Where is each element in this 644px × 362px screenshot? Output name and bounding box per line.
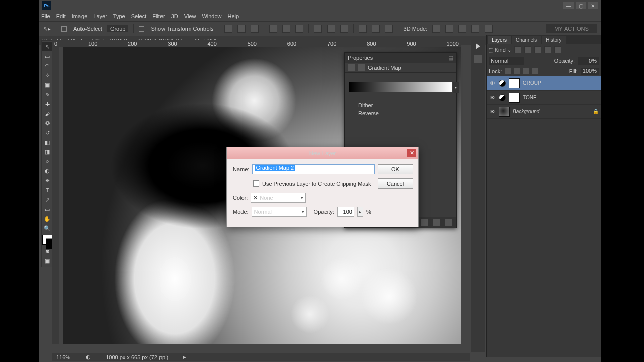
color-swatch[interactable] [42,235,52,245]
eye-icon[interactable] [421,219,428,226]
menu-help[interactable]: Help [228,13,239,19]
auto-select-checkbox[interactable] [61,26,67,32]
tool-shape[interactable]: ▭ [42,205,53,214]
menu-layer[interactable]: Layer [93,13,107,19]
visibility-icon[interactable]: 👁 [489,80,496,87]
clipping-checkbox[interactable] [253,180,259,187]
cancel-button[interactable]: Cancel [378,178,413,189]
zoom-value[interactable]: 116% [56,354,70,360]
filter-smart-icon[interactable] [554,46,561,53]
layer-name[interactable]: Background [513,109,539,114]
visibility-icon[interactable]: 👁 [489,108,496,115]
window-min-icon[interactable]: — [564,2,574,9]
window-close-icon[interactable]: ✕ [588,2,598,9]
reverse-checkbox[interactable] [350,111,355,116]
color-dropdown[interactable]: ✕ None▾ [251,193,306,203]
screenmode-icon[interactable]: ▣ [42,256,53,265]
tool-eyedropper[interactable]: ✎ [42,90,53,99]
gradient-preview[interactable]: ▾ [349,82,452,92]
tool-dodge[interactable]: ◐ [42,166,53,175]
play-icon[interactable] [476,43,480,49]
menu-edit[interactable]: Edit [56,13,66,19]
window-max-icon[interactable]: ▢ [576,2,586,9]
auto-select-target[interactable]: Group [107,25,129,32]
tool-pen[interactable]: ✒ [42,176,53,185]
menu-3d[interactable]: 3D [171,13,178,19]
mask-thumb[interactable] [509,78,520,88]
lock-pos-icon[interactable] [523,68,529,74]
tool-move[interactable]: ↖ [42,42,53,51]
layer-row[interactable]: 👁 Background 🔒 [487,105,601,119]
menu-window[interactable]: Window [202,13,221,19]
tab-history[interactable]: History [542,36,566,44]
distribute-icon[interactable] [340,25,348,33]
tool-crop[interactable]: ▣ [42,80,53,89]
tool-blur[interactable]: ○ [42,157,53,166]
tool-hand[interactable]: ✋ [42,214,53,223]
layer-thumb[interactable] [499,107,510,117]
tab-layers[interactable]: Layers [488,36,511,44]
filter-kind[interactable]: ⬚ Kind ⌄ [489,47,511,53]
tool-marquee[interactable]: ▭ [42,52,53,61]
adjustment-icon[interactable] [348,64,355,71]
show-transform-checkbox[interactable] [139,26,144,32]
dialog-titlebar[interactable]: New Layer ✕ [227,147,418,159]
distribute-icon[interactable] [314,25,322,33]
opacity-stepper[interactable]: ▸ [357,207,363,217]
3d-icon[interactable] [485,25,493,33]
fill-input[interactable]: 100% [581,68,599,75]
ok-button[interactable]: OK [378,164,413,174]
menu-view[interactable]: View [184,13,196,19]
layer-row[interactable]: 👁 TONE [487,90,601,105]
align-icon[interactable] [269,25,277,33]
visibility-icon[interactable]: 👁 [489,94,496,101]
layer-row[interactable]: 👁 GROUP [487,76,601,90]
panel-menu-icon[interactable]: ▤ [448,55,453,61]
distribute-icon[interactable] [385,25,393,33]
align-icon[interactable] [282,25,290,33]
tool-gradient[interactable]: ◨ [42,147,53,156]
align-icon[interactable] [295,25,303,33]
distribute-icon[interactable] [327,25,335,33]
menu-file[interactable]: File [41,13,50,19]
workspace-switcher[interactable]: MY ACTIONS [546,24,597,33]
menu-filter[interactable]: Filter [152,13,165,19]
filter-type-icon[interactable] [534,46,541,53]
align-icon[interactable] [224,25,232,33]
filter-pixel-icon[interactable] [514,46,521,53]
3d-icon[interactable] [445,25,453,33]
distribute-icon[interactable] [372,25,380,33]
3d-icon[interactable] [458,25,466,33]
tool-brush[interactable]: 🖌 [42,109,53,118]
move-tool-icon[interactable]: ↖▸ [43,26,51,32]
lock-all-icon[interactable] [532,68,538,74]
close-icon[interactable]: ✕ [407,149,416,157]
reset-icon[interactable] [433,219,440,226]
status-icon[interactable]: ◐ [86,354,91,360]
layer-opacity-input[interactable]: 0% [578,57,599,65]
filter-adjust-icon[interactable] [524,46,531,53]
doc-info[interactable]: 1000 px x 665 px (72 ppi) [106,354,168,360]
panel-icon[interactable] [474,55,482,63]
menu-image[interactable]: Image [72,13,88,19]
tool-path[interactable]: ↗ [42,195,53,204]
tool-history-brush[interactable]: ↺ [42,128,53,137]
tool-zoom[interactable]: 🔍 [42,224,53,233]
gradient-picker-icon[interactable]: ▾ [453,82,459,93]
trash-icon[interactable] [445,219,452,226]
layer-name[interactable]: GROUP [523,80,541,86]
lock-pixels-icon[interactable] [514,68,520,74]
filter-shape-icon[interactable] [544,46,551,53]
mask-icon[interactable] [358,64,365,71]
opacity-input[interactable]: 100 [337,207,354,217]
menu-type[interactable]: Type [113,13,125,19]
tab-channels[interactable]: Channels [512,36,541,44]
tool-type[interactable]: T [42,186,53,195]
lock-trans-icon[interactable] [505,68,511,74]
align-icon[interactable] [237,25,246,33]
tool-lasso[interactable]: ◠ [42,61,53,70]
menu-select[interactable]: Select [131,13,147,19]
layer-name[interactable]: TONE [523,95,537,100]
tool-heal[interactable]: ✚ [42,100,53,109]
status-caret-icon[interactable]: ▸ [183,354,186,360]
